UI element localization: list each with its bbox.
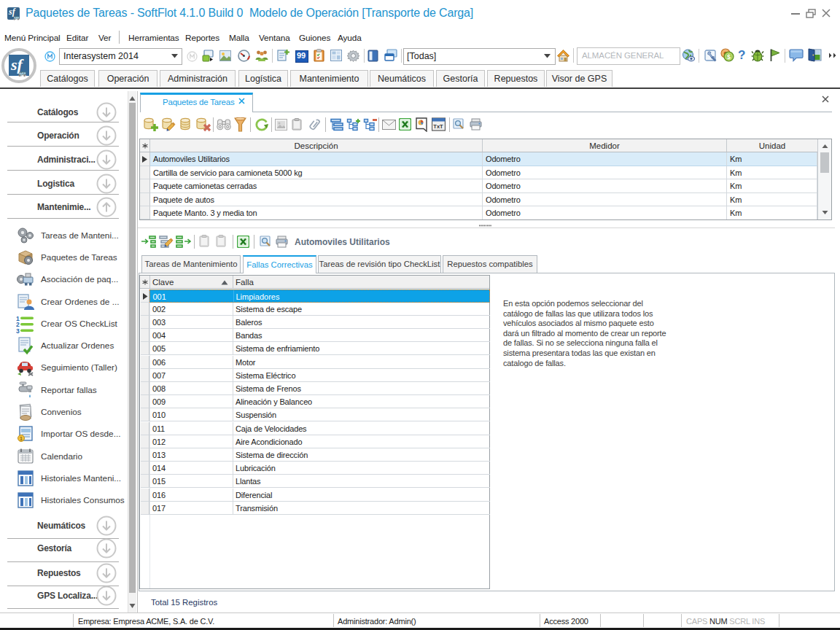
svg-text:🚌: 🚌 xyxy=(18,69,27,77)
svg-text:$: $ xyxy=(727,53,731,61)
svg-text:3: 3 xyxy=(16,327,20,334)
svg-text:1: 1 xyxy=(20,436,23,441)
svg-text:TxT: TxT xyxy=(433,123,443,130)
